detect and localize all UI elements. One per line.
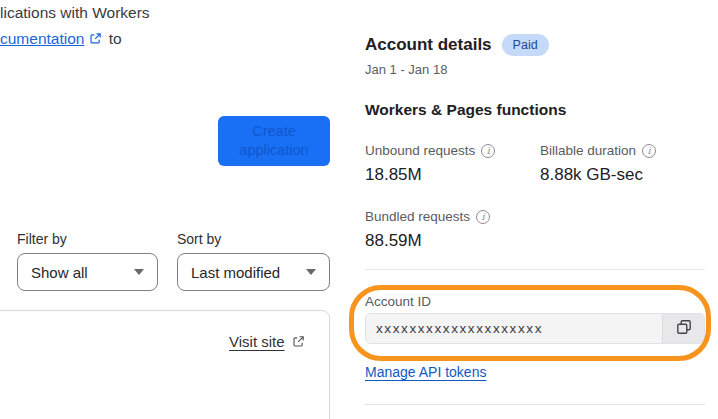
chevron-down-icon (306, 269, 316, 275)
divider (365, 404, 705, 405)
stat-bundled-requests: Bundled requests i 88.59M (365, 209, 490, 251)
intro-line2: cumentation to (0, 26, 150, 53)
visit-site-label: Visit site (229, 333, 285, 350)
manage-api-tokens-link[interactable]: Manage API tokens (365, 364, 486, 380)
visit-site-link[interactable]: Visit site (229, 333, 307, 351)
filter-dropdown-value: Show all (31, 264, 88, 281)
plan-badge: Paid (502, 34, 549, 56)
stat-billable-duration: Billable duration i 8.88k GB-sec (540, 143, 656, 185)
sort-dropdown-value: Last modified (191, 264, 280, 281)
account-id-label: Account ID (365, 294, 431, 309)
chevron-down-icon (134, 269, 144, 275)
stat-label-row: Billable duration i (540, 143, 656, 158)
info-icon[interactable]: i (481, 144, 495, 158)
info-icon[interactable]: i (642, 144, 656, 158)
stat-label: Unbound requests (365, 143, 475, 158)
stat-unbound-requests: Unbound requests i 18.85M (365, 143, 495, 185)
intro-line1: lications with Workers (0, 0, 150, 26)
info-icon[interactable]: i (476, 210, 490, 224)
stat-value: 8.88k GB-sec (540, 165, 656, 185)
account-id-input[interactable] (366, 314, 662, 343)
stat-label: Billable duration (540, 143, 636, 158)
stat-label-row: Bundled requests i (365, 209, 490, 224)
account-details-header: Account details Paid (365, 34, 549, 56)
date-range: Jan 1 - Jan 18 (365, 62, 447, 77)
panel-title: Account details (365, 35, 492, 55)
filter-dropdown[interactable]: Show all (17, 253, 158, 291)
create-application-button[interactable]: Create application (218, 116, 330, 166)
account-id-field (365, 313, 705, 344)
stat-label-row: Unbound requests i (365, 143, 495, 158)
section-title: Workers & Pages functions (365, 101, 566, 119)
filter-by-label: Filter by (17, 231, 67, 247)
stat-label: Bundled requests (365, 209, 470, 224)
copy-button[interactable] (662, 314, 704, 343)
stat-value: 88.59M (365, 231, 490, 251)
documentation-link[interactable]: cumentation (0, 30, 84, 47)
external-link-icon (89, 27, 102, 53)
intro-text: lications with Workers cumentation to (0, 0, 150, 53)
divider (365, 269, 705, 270)
copy-icon (676, 319, 692, 338)
account-details-panel: Account details Paid Jan 1 - Jan 18 Work… (365, 0, 705, 419)
sort-dropdown[interactable]: Last modified (177, 253, 330, 291)
project-card (0, 310, 330, 419)
intro-line2-suffix: to (109, 30, 122, 47)
sort-by-label: Sort by (177, 231, 221, 247)
external-link-icon (292, 334, 305, 351)
stat-value: 18.85M (365, 165, 495, 185)
